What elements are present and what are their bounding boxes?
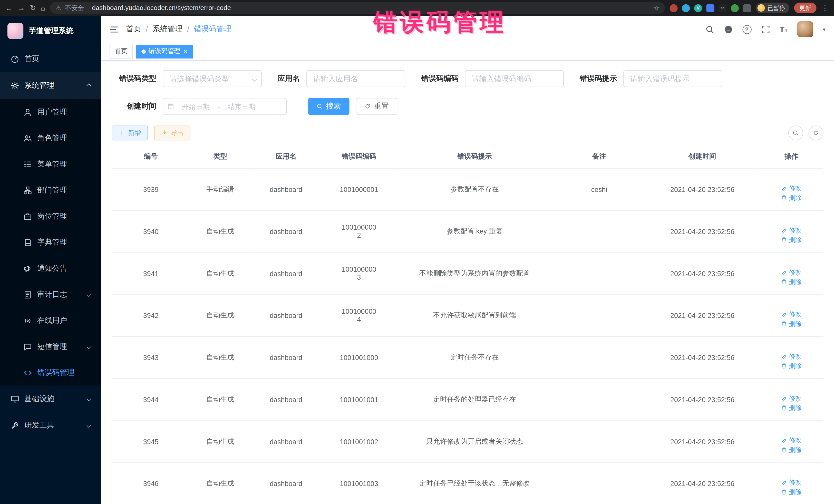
sidebar-item-audit-log[interactable]: 审计日志: [0, 281, 101, 307]
cell-remark: ceshi: [553, 168, 646, 211]
browser-home-icon[interactable]: ⌂: [41, 4, 45, 12]
tab-label: 错误码管理: [148, 47, 180, 56]
search-button-label: 搜索: [326, 102, 341, 111]
cell-remark: [553, 252, 646, 294]
sidebar-item-error-code[interactable]: 错误码管理: [0, 359, 101, 386]
extension-icon-check[interactable]: V: [694, 4, 702, 12]
paused-badge[interactable]: 已暂停: [756, 3, 789, 13]
extension-icon-on[interactable]: on: [719, 4, 726, 12]
search-icon[interactable]: [705, 25, 714, 34]
filter-error-hint: 错误码提示: [580, 70, 722, 87]
breadcrumb-item-system[interactable]: 系统管理: [153, 24, 182, 34]
github-icon[interactable]: [724, 25, 733, 34]
extension-icon-grid[interactable]: [706, 4, 715, 12]
delete-link[interactable]: 删除: [781, 361, 802, 370]
export-button[interactable]: 导出: [154, 126, 191, 140]
header-type: 类型: [190, 145, 250, 168]
address-bar[interactable]: ⚠ 不安全 dashboard.yudao.iocoder.cn/system/…: [50, 2, 665, 14]
cell-app: dashboard: [250, 211, 322, 253]
table-row: 3945 自动生成 dashboard 1001001002 只允许修改为开启或…: [112, 420, 823, 462]
sidebar-item-roles[interactable]: 角色管理: [0, 125, 101, 151]
cell-remark: [553, 462, 646, 504]
date-start-input[interactable]: [176, 103, 215, 110]
sidebar-item-online-users[interactable]: 在线用户: [0, 307, 101, 334]
font-size-icon[interactable]: TT: [780, 25, 788, 34]
add-button[interactable]: 新增: [112, 126, 148, 140]
sidebar-item-menus[interactable]: 菜单管理: [0, 151, 101, 177]
date-range-picker[interactable]: -: [163, 98, 287, 115]
reload-icon[interactable]: ↻: [30, 4, 36, 12]
user-avatar[interactable]: [797, 21, 813, 37]
browser-menu-icon[interactable]: ⋮: [821, 4, 829, 12]
delete-link[interactable]: 删除: [781, 193, 802, 202]
broadcast-icon: [23, 316, 32, 325]
delete-link[interactable]: 删除: [781, 235, 802, 244]
search-button[interactable]: 搜索: [308, 98, 350, 115]
extension-icon-green[interactable]: [731, 4, 739, 12]
cell-id: 3940: [112, 211, 190, 253]
breadcrumb-item-error-code[interactable]: 错误码管理: [194, 24, 231, 34]
url-text: dashboard.yudao.iocoder.cn/system/error-…: [92, 4, 650, 12]
hamburger-icon[interactable]: [110, 25, 118, 34]
tab-error-code[interactable]: 错误码管理 ×: [136, 44, 193, 58]
tab-home[interactable]: 首页: [110, 44, 133, 58]
edit-link[interactable]: 修改: [781, 478, 802, 487]
cell-type: 自动生成: [190, 211, 250, 253]
error-type-select[interactable]: [163, 70, 262, 87]
filter-error-code: 错误码编码: [421, 70, 564, 87]
date-end-input[interactable]: [222, 103, 261, 110]
sidebar-item-home[interactable]: 首页: [0, 46, 101, 72]
sidebar-item-users[interactable]: 用户管理: [0, 99, 101, 125]
cell-type: 自动生成: [190, 294, 250, 336]
sidebar-item-departments[interactable]: 部门管理: [0, 177, 101, 203]
extension-icon-puzzle[interactable]: [743, 4, 751, 12]
sidebar-item-sms[interactable]: 短信管理: [0, 334, 101, 360]
reset-button[interactable]: 重置: [356, 98, 397, 115]
delete-link[interactable]: 删除: [781, 487, 802, 497]
sidebar-item-infrastructure[interactable]: 基础设施: [0, 386, 101, 412]
toggle-search-button[interactable]: [788, 126, 803, 140]
chevron-down-icon: [86, 292, 91, 297]
app-logo[interactable]: 芋道管理系统: [0, 16, 101, 46]
error-code-input[interactable]: [465, 70, 564, 87]
delete-link[interactable]: 删除: [781, 278, 802, 286]
sidebar-item-dev-tools[interactable]: 研发工具: [0, 412, 101, 439]
fullscreen-icon[interactable]: [761, 25, 770, 34]
edit-link[interactable]: 修改: [781, 268, 802, 277]
close-icon[interactable]: ×: [183, 48, 188, 54]
edit-link[interactable]: 修改: [781, 436, 802, 445]
breadcrumb-item-home[interactable]: 首页: [126, 24, 141, 34]
caret-down-icon[interactable]: ▾: [823, 26, 825, 32]
sidebar-item-dictionary[interactable]: 字典管理: [0, 229, 101, 255]
bookmark-star-icon[interactable]: ☆: [653, 4, 659, 12]
back-icon[interactable]: ←: [5, 4, 13, 12]
extension-icon-red[interactable]: [670, 4, 678, 12]
edit-link[interactable]: 修改: [781, 310, 802, 319]
error-hint-input[interactable]: [623, 70, 722, 87]
edit-link[interactable]: 修改: [781, 352, 802, 361]
cell-actions: 修改 删除: [759, 211, 824, 253]
edit-link[interactable]: 修改: [781, 394, 802, 403]
sidebar-item-system[interactable]: 系统管理: [0, 72, 101, 99]
cell-id: 3946: [112, 462, 190, 504]
header-code: 错误码编码: [322, 145, 396, 168]
edit-link[interactable]: 修改: [781, 226, 802, 235]
cell-type: 自动生成: [190, 462, 250, 504]
app-name-input[interactable]: [306, 70, 405, 87]
forward-icon[interactable]: →: [18, 4, 25, 12]
cell-created: 2021-04-20 23:52:56: [645, 336, 759, 378]
browser-update-button[interactable]: 更新: [794, 3, 816, 13]
users-icon: [23, 134, 32, 142]
extension-icon-drop[interactable]: [682, 4, 690, 12]
sidebar-item-notices[interactable]: 通知公告: [0, 255, 101, 282]
top-navbar: 首页 / 系统管理 / 错误码管理 ? TT ▾: [101, 16, 834, 43]
table-toolbar: 新增 导出: [112, 126, 823, 140]
edit-link[interactable]: 修改: [781, 184, 802, 193]
table-row: 3941 自动生成 dashboard 100100000 3 不能删除类型为系…: [112, 252, 823, 294]
delete-link[interactable]: 删除: [781, 445, 802, 455]
delete-link[interactable]: 删除: [781, 320, 802, 328]
help-icon[interactable]: ?: [742, 25, 751, 34]
sidebar-item-positions[interactable]: 岗位管理: [0, 203, 101, 229]
delete-link[interactable]: 删除: [781, 403, 802, 412]
refresh-table-button[interactable]: [809, 126, 824, 140]
